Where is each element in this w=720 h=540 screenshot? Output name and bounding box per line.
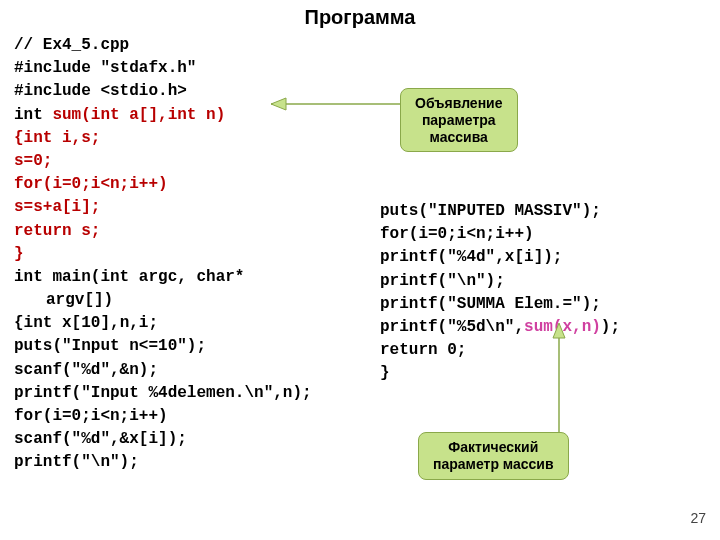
code-line: puts("Input n<=10"); — [14, 335, 374, 358]
code-line: puts("INPUTED MASSIV"); — [380, 200, 710, 223]
code-line: printf("%4d",x[i]); — [380, 246, 710, 269]
svg-marker-1 — [553, 323, 565, 338]
code-line: s=s+a[i]; — [14, 196, 374, 219]
code-line: {int i,s; — [14, 127, 374, 150]
callout-actual-param: Фактический параметр массив — [418, 432, 569, 480]
code-line: printf("SUMMA Elem.="); — [380, 293, 710, 316]
code-line: scanf("%d",&x[i]); — [14, 428, 374, 451]
code-line: // Ex4_5.cpp — [14, 34, 374, 57]
code-line: for(i=0;i<n;i++) — [380, 223, 710, 246]
code-line: {int x[10],n,i; — [14, 312, 374, 335]
code-line: printf("\n"); — [14, 451, 374, 474]
code-line: } — [14, 243, 374, 266]
code-line: s=0; — [14, 150, 374, 173]
code-line: for(i=0;i<n;i++) — [14, 405, 374, 428]
code-line: printf("\n"); — [380, 270, 710, 293]
callout-declaration: Объявление параметра массива — [400, 88, 518, 152]
page-number: 27 — [690, 510, 706, 526]
code-line: return s; — [14, 220, 374, 243]
svg-marker-0 — [271, 98, 286, 110]
callout-pointer-icon — [266, 89, 406, 129]
code-line: for(i=0;i<n;i++) — [14, 173, 374, 196]
code-line: #include "stdafx.h" — [14, 57, 374, 80]
code-line: scanf("%d",&n); — [14, 359, 374, 382]
code-line: int main(int argc, char*argv[]) — [14, 266, 374, 312]
callout-pointer-icon — [539, 318, 579, 438]
code-line: printf("Input %4delemen.\n",n); — [14, 382, 374, 405]
page-title: Программа — [0, 6, 720, 29]
